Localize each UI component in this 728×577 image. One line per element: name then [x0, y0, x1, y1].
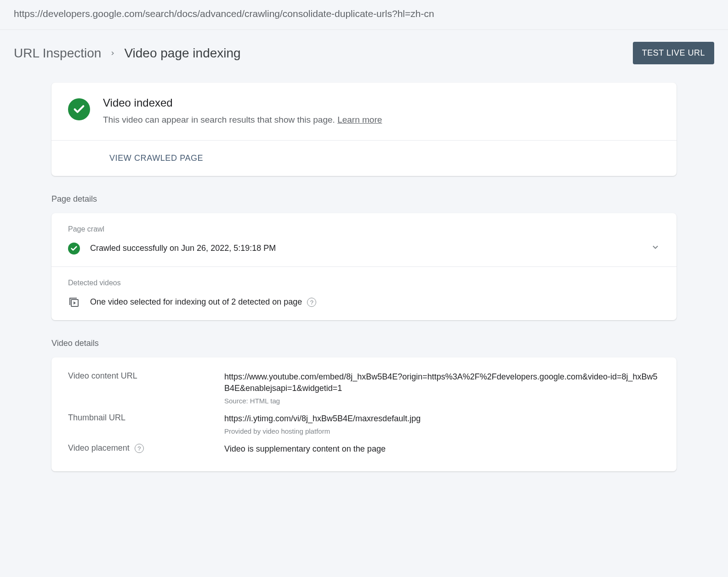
page-details-label: Page details	[51, 194, 677, 204]
chevron-right-icon	[109, 47, 116, 59]
detail-sub: Provided by video hosting platform	[224, 426, 660, 436]
video-details-table: Video content URL https://www.youtube.co…	[51, 357, 677, 472]
success-check-icon	[68, 98, 90, 120]
video-details-card: Video content URL https://www.youtube.co…	[51, 357, 677, 472]
detail-key: Video content URL	[68, 371, 224, 381]
crawl-status-text: Crawled successfully on Jun 26, 2022, 5:…	[90, 243, 641, 253]
table-row: Video placement ? Video is supplementary…	[68, 440, 660, 458]
test-live-url-button[interactable]: TEST LIVE URL	[633, 42, 714, 64]
table-row: Video content URL https://www.youtube.co…	[68, 368, 660, 409]
breadcrumb-row: URL Inspection Video page indexing TEST …	[0, 30, 728, 83]
crawl-status-row: Crawled successfully on Jun 26, 2022, 5:…	[68, 243, 660, 255]
detail-sub: Source: HTML tag	[224, 396, 660, 406]
detail-value: https://i.ytimg.com/vi/8j_hxBw5B4E/maxre…	[224, 413, 660, 436]
help-icon[interactable]: ?	[135, 444, 144, 453]
inspected-url: https://developers.google.com/search/doc…	[0, 0, 728, 30]
detail-value: https://www.youtube.com/embed/8j_hxBw5B4…	[224, 371, 660, 406]
table-row: Thumbnail URL https://i.ytimg.com/vi/8j_…	[68, 409, 660, 440]
detail-key: Thumbnail URL	[68, 413, 224, 423]
page-details-card: Page crawl Crawled successfully on Jun 2…	[51, 213, 677, 320]
detail-key: Video placement ?	[68, 443, 224, 453]
detected-videos-text: One video selected for indexing out of 2…	[90, 297, 316, 307]
detected-videos-row: One video selected for indexing out of 2…	[68, 296, 660, 308]
chevron-down-icon[interactable]	[651, 243, 660, 254]
breadcrumb-leaf: Video page indexing	[124, 46, 240, 61]
learn-more-link[interactable]: Learn more	[337, 115, 382, 124]
status-row: Video indexed This video can appear in s…	[51, 83, 677, 141]
status-subtitle: This video can appear in search results …	[103, 114, 382, 126]
page-crawl-section[interactable]: Page crawl Crawled successfully on Jun 2…	[51, 213, 677, 267]
detail-value: Video is supplementary content on the pa…	[224, 443, 660, 455]
page-crawl-label: Page crawl	[68, 225, 660, 233]
status-card: Video indexed This video can appear in s…	[51, 83, 677, 176]
success-check-icon	[68, 243, 80, 255]
status-title: Video indexed	[103, 96, 382, 109]
video-library-icon	[68, 296, 80, 308]
detected-videos-label: Detected videos	[68, 279, 660, 287]
breadcrumb: URL Inspection Video page indexing	[14, 46, 241, 61]
view-crawled-row: VIEW CRAWLED PAGE	[51, 141, 677, 176]
view-crawled-page-button[interactable]: VIEW CRAWLED PAGE	[109, 153, 203, 163]
video-details-label: Video details	[51, 339, 677, 348]
detected-videos-section: Detected videos One video selected for i…	[51, 267, 677, 320]
breadcrumb-root[interactable]: URL Inspection	[14, 46, 101, 61]
help-icon[interactable]: ?	[307, 298, 316, 307]
